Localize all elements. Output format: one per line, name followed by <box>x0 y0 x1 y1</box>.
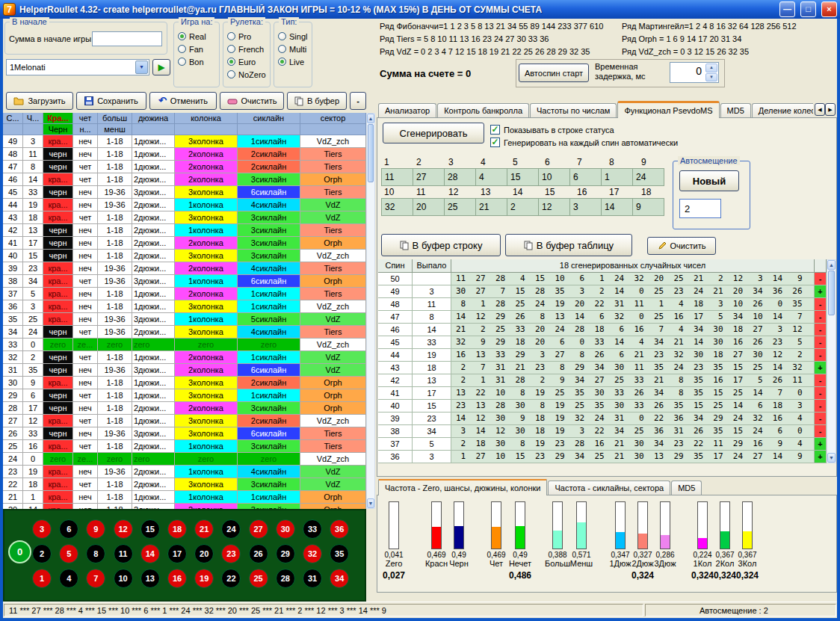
gen-row[interactable]: 392314 12 30 9 18 19 32 24 31 0 22 36 34… <box>378 413 827 425</box>
history-row[interactable]: 3424чернчет19-362дюжи...3колонка4сиклайн… <box>3 326 366 339</box>
start-sum-input[interactable] <box>92 31 162 46</box>
roulette-number[interactable]: 3 <box>32 519 52 539</box>
radio-euro[interactable]: Euro <box>227 55 266 68</box>
gen-row[interactable]: 375 2 18 30 8 19 23 28 16 21 30 34 23 22… <box>378 438 827 451</box>
gen-scroll-thumb[interactable] <box>828 271 835 315</box>
grid-number-cell[interactable]: 15 <box>507 168 539 186</box>
history-row[interactable]: 211кра...неч1-181дюжи...1колонка1сиклайн… <box>3 491 366 504</box>
roulette-number[interactable]: 32 <box>303 544 322 563</box>
history-scroll-thumb[interactable] <box>368 124 374 182</box>
radio-nozero[interactable]: NoZero <box>227 68 266 81</box>
tabs-scroll-left[interactable]: ◀ <box>815 103 825 116</box>
copy-table-button[interactable]: В буфер таблицу <box>505 234 632 256</box>
gen-row[interactable]: 411713 22 10 8 19 25 35 30 33 26 34 8 35… <box>378 387 827 400</box>
autoshift-input[interactable] <box>679 199 721 218</box>
scroll-down-icon[interactable]: ▼ <box>827 453 836 463</box>
gen-row[interactable]: 47814 12 29 26 8 13 14 6 32 0 25 16 17 5… <box>378 311 827 324</box>
gen-row[interactable]: 4318 2 7 31 21 23 8 29 34 30 11 35 24 23… <box>378 362 827 374</box>
roulette-number[interactable]: 13 <box>140 569 160 588</box>
roulette-number[interactable]: 22 <box>221 569 241 588</box>
gen-row[interactable]: 453332 9 29 18 20 6 0 33 14 4 34 21 14 3… <box>378 336 827 349</box>
roulette-number[interactable]: 7 <box>86 569 105 588</box>
history-row[interactable]: 2218кра...чет1-182дюжи...3колонка3сиклай… <box>3 478 366 491</box>
col-range[interactable]: больш <box>98 113 132 124</box>
roulette-number[interactable]: 33 <box>303 519 322 539</box>
grid-number-cell[interactable]: 21 <box>475 198 507 216</box>
roulette-number[interactable]: 19 <box>194 569 214 588</box>
roulette-number[interactable]: 6 <box>59 519 78 539</box>
radio-pro[interactable]: Pro <box>227 30 266 43</box>
roulette-number[interactable]: 15 <box>140 519 160 539</box>
grid-number-cell[interactable]: 12 <box>538 198 570 216</box>
chevron-down-icon[interactable]: ▼ <box>135 61 148 74</box>
spinner-up-icon[interactable]: ▲ <box>705 64 717 72</box>
roulette-number[interactable]: 24 <box>221 519 241 539</box>
gen-row[interactable]: 461421 2 25 33 20 24 28 18 6 16 7 4 34 3… <box>378 324 827 336</box>
roulette-number[interactable]: 28 <box>276 569 295 588</box>
tab-md5[interactable]: MD5 <box>720 103 751 118</box>
roulette-number[interactable]: 31 <box>303 569 322 588</box>
tab-частота-сиклайны-сектора[interactable]: Частота - сиклайны, сектора <box>548 481 670 495</box>
grid-number-cell[interactable]: 24 <box>632 168 664 186</box>
gen-row[interactable]: 4811 8 1 28 25 24 19 20 22 31 11 1 4 18 … <box>378 298 827 311</box>
col-column[interactable]: колонка <box>175 113 238 124</box>
tab-деление-колеса-на[interactable]: Деление колеса на <box>752 103 813 118</box>
radio-live[interactable]: Live <box>278 55 308 68</box>
tabs-scroll-right[interactable]: ▶ <box>825 103 836 116</box>
roulette-number[interactable]: 12 <box>114 519 133 539</box>
roulette-number[interactable]: 20 <box>194 544 214 563</box>
history-row[interactable]: 3923кра...неч19-362дюжи...2колонка4сикла… <box>3 262 366 275</box>
profile-combobox[interactable]: 1Melonati ▼ <box>6 59 149 75</box>
history-row[interactable]: 2712кра...чет1-181дюжи...3колонка2сиклай… <box>3 415 366 427</box>
tab-анализатор[interactable]: Анализатор <box>378 103 436 118</box>
gen-row[interactable]: 3834 3 14 12 30 18 19 3 22 34 25 36 31 2… <box>378 425 827 438</box>
history-row[interactable]: 4213черннеч1-182дюжи...1колонка3сиклайнT… <box>3 224 366 237</box>
history-row[interactable]: 2633черннеч19-363дюжи...3колонка6сиклайн… <box>3 427 366 440</box>
roulette-number[interactable]: 14 <box>140 544 160 563</box>
gen-row[interactable]: 363 1 27 10 15 23 29 34 25 21 30 13 29 3… <box>378 451 827 463</box>
history-row[interactable]: 240zeroze...zerozerozerozeroVdZ_zch <box>3 453 366 466</box>
roulette-number[interactable]: 25 <box>249 569 268 588</box>
grid-number-cell[interactable]: 3 <box>569 198 602 216</box>
history-row[interactable]: 4419кра...неч19-362дюжи...1колонка4сикла… <box>3 199 366 211</box>
radio-singl[interactable]: Singl <box>278 30 308 43</box>
grid-number-cell[interactable]: 6 <box>569 168 602 186</box>
radio-fan[interactable]: Fan <box>178 43 215 55</box>
history-row[interactable]: 3834кра...чет19-363дюжи...1колонка6сикла… <box>3 275 366 288</box>
roulette-number[interactable]: 1 <box>32 569 52 588</box>
roulette-number[interactable]: 21 <box>194 519 214 539</box>
checkbox-show-status[interactable]: ✓ Показывать в строке статуса <box>490 125 614 135</box>
history-row[interactable]: 4614кра...чет1-182дюжи...2колонка3сиклай… <box>3 173 366 186</box>
history-row[interactable]: 2319кра...неч19-362дюжи...1колонка4сикла… <box>3 466 366 478</box>
roulette-number[interactable]: 4 <box>59 569 78 588</box>
grid-number-cell[interactable]: 9 <box>632 198 664 216</box>
roulette-zero[interactable]: 0 <box>8 540 31 563</box>
radio-french[interactable]: French <box>227 43 266 55</box>
col-spin[interactable]: С... <box>3 113 23 124</box>
grid-number-cell[interactable]: 27 <box>413 168 445 186</box>
collapse-button[interactable]: - <box>350 92 366 110</box>
history-row[interactable]: 478чернчет1-181дюжи...2колонка2сиклайнTi… <box>3 161 366 173</box>
tab-md5[interactable]: MD5 <box>671 481 702 495</box>
clear-generated-button[interactable]: Очистить <box>647 237 716 255</box>
roulette-number[interactable]: 10 <box>114 569 133 588</box>
tab-частоты-по-числам[interactable]: Частоты по числам <box>530 103 617 118</box>
history-row[interactable]: 4117черннеч1-182дюжи...2колонка3сиклайнO… <box>3 237 366 250</box>
load-button[interactable]: Загрузить <box>6 92 73 110</box>
grid-number-cell[interactable]: 10 <box>538 168 570 186</box>
grid-number-cell[interactable]: 20 <box>413 198 445 216</box>
history-row[interactable]: 2516кра...чет1-182дюжи...1колонка3сиклай… <box>3 440 366 453</box>
tab-контроль-банкролла[interactable]: Контроль банкролла <box>437 103 529 118</box>
scroll-up-icon[interactable]: ▲ <box>827 260 836 270</box>
play-button[interactable]: ▶ <box>152 59 170 75</box>
radio-bon[interactable]: Bon <box>178 55 215 68</box>
history-row[interactable]: 4318кра...чет1-182дюжи...3колонка3сиклай… <box>3 211 366 224</box>
grid-number-cell[interactable]: 28 <box>444 168 476 186</box>
roulette-number[interactable]: 8 <box>86 544 105 563</box>
roulette-number[interactable]: 23 <box>221 544 241 563</box>
gen-table-scrollbar[interactable]: ▲ ▼ <box>827 259 836 463</box>
gen-row[interactable]: 4213 2 1 31 28 2 9 34 27 25 33 21 8 35 1… <box>378 374 827 387</box>
gen-row[interactable]: 49330 27 7 15 28 35 3 2 14 0 25 23 24 21… <box>378 285 827 298</box>
history-row[interactable]: 493кра...неч1-181дюжи...3колонка1сиклайн… <box>3 135 366 148</box>
roulette-number[interactable]: 26 <box>249 544 268 563</box>
